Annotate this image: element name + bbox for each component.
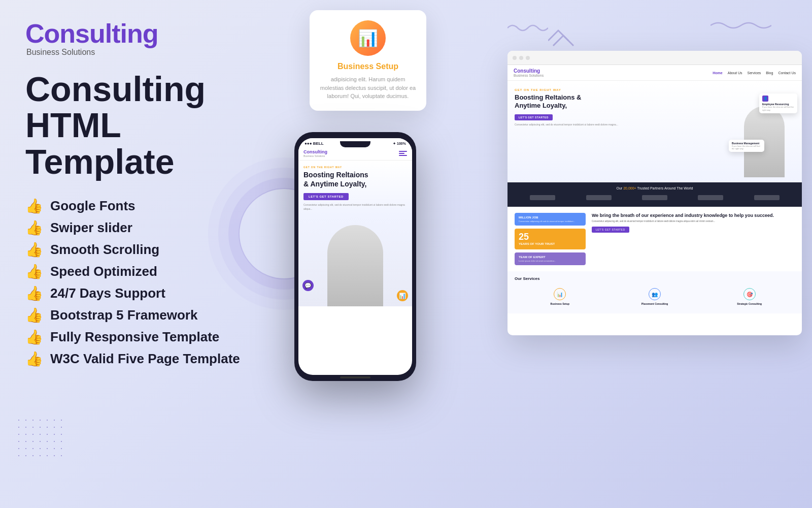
phone-person-area: 💬 📊 <box>298 215 412 306</box>
service-label-2: Placement Consulting <box>613 302 697 305</box>
stat-card-team: TEAM OF EXPERT Lorem ipsum dolor sit ame… <box>515 252 586 265</box>
feature-label: Smooth Scrolling <box>50 242 159 258</box>
phone-home-bar <box>340 376 370 378</box>
phone-logo-sub: Business Solutions <box>303 154 327 157</box>
partner-logo-5 <box>754 195 780 200</box>
site-logo-sub: Business Solutions <box>514 74 544 77</box>
service-label-3: Strategic Consulting <box>707 302 792 305</box>
browser-dot-1 <box>513 56 517 60</box>
feature-label: Bootstrap 5 Framework <box>50 307 197 323</box>
stat-desc-jobs: Consectetur adipiscing elit sed do eiusm… <box>519 220 582 223</box>
site-logo: ConsultingBusiness Solutions <box>514 68 544 77</box>
feature-label: Google Fonts <box>50 198 136 214</box>
phone-hero-tag: GET ON THE RIGHT WAY <box>303 166 407 169</box>
feature-item: 👍24/7 Days Support <box>25 285 264 302</box>
stat-number: 25 <box>519 232 582 242</box>
phone-chat-icon: 💬 <box>302 280 314 291</box>
nav-link-about: About Us <box>728 71 742 75</box>
thumb-icon: 👍 <box>25 351 43 367</box>
brand-logo: Consulting <box>25 20 264 47</box>
hero-cta: LET'S GET STARTED <box>515 114 553 120</box>
service-card-3: 🎯 Strategic Consulting <box>704 285 795 308</box>
nav-link-home: Home <box>713 71 722 75</box>
feature-label: Fully Responsive Template <box>50 329 219 345</box>
brand-tagline: Business Solutions <box>26 48 264 57</box>
thumb-icon: 👍 <box>25 219 43 236</box>
site-services: Our Services 📊 Business Setup 👥 Placemen… <box>507 271 802 313</box>
services-title: Our Services <box>515 276 795 281</box>
service-card-2: 👥 Placement Consulting <box>610 285 700 308</box>
stat-title-team: TEAM OF EXPERT <box>519 256 582 259</box>
business-card-title: Business Setup <box>320 62 416 71</box>
hamburger-menu[interactable] <box>399 151 407 156</box>
stats-cards: MILLION JOB Consectetur adipiscing elit … <box>515 213 586 265</box>
partner-logos <box>515 193 795 203</box>
service-icon-1: 📊 <box>554 288 566 300</box>
website-content: ConsultingBusiness Solutions Home About … <box>507 65 802 335</box>
partner-logo-1 <box>530 195 555 200</box>
thumb-icon: 👍 <box>25 241 43 258</box>
hero-title: Boosting Reltaions &Anytime Loyalty, <box>515 93 727 109</box>
partner-logo-3 <box>642 195 667 200</box>
feature-label: W3C Valid Five Page Template <box>50 351 240 367</box>
hero-desc: Consectetur adipiscing elit, sed do eius… <box>515 123 727 127</box>
status-left: ●●● BELL <box>304 141 324 146</box>
site-nav: ConsultingBusiness Solutions Home About … <box>507 65 802 81</box>
thumb-icon: 👍 <box>25 263 43 280</box>
hero-tag: GET ON THE RIGHT WAY <box>515 88 727 91</box>
partner-logo-4 <box>698 195 723 200</box>
status-right: ✦ 100% <box>393 142 406 146</box>
bizm-card-desc: If you have the idea we will find the ri… <box>732 145 761 150</box>
thumb-icon: 👍 <box>25 329 43 345</box>
hero-image: 👤 Employee Resourcing If you have the id… <box>734 88 795 177</box>
thumb-icon: 👍 <box>25 307 43 324</box>
thumb-icon: 👍 <box>25 198 43 214</box>
phone-nav: Consulting Business Solutions <box>298 147 412 161</box>
service-cards: 📊 Business Setup 👥 Placement Consulting … <box>515 285 795 308</box>
site-stats: MILLION JOB Consectetur adipiscing elit … <box>507 207 802 271</box>
feature-label: Swiper slider <box>50 220 132 236</box>
phone-hero-title: Boosting Reltaions& Anytime Loyalty, <box>303 171 407 188</box>
feature-item: 👍Fully Responsive Template <box>25 329 264 345</box>
feature-item: 👍Bootstrap 5 Framework <box>25 307 264 324</box>
phone-logo: Consulting <box>303 149 327 154</box>
main-headline: Consulting HTML Template <box>25 71 264 180</box>
left-panel: Consulting Business Solutions Consulting… <box>0 0 284 508</box>
feature-label: Speed Optimized <box>50 264 157 279</box>
employee-card-desc: If you have the idea we will find the ri… <box>762 106 794 111</box>
right-panel: 📊 Business Setup adipisicing elit. Harum… <box>269 0 812 508</box>
browser-bar <box>507 51 802 65</box>
stat-desc-team: Lorem ipsum dolor sit amet consectetur..… <box>519 260 582 262</box>
hero-text: GET ON THE RIGHT WAY Boosting Reltaions … <box>515 88 727 177</box>
phone-notch <box>340 141 370 147</box>
hamburger-line-3 <box>399 155 407 156</box>
feature-item: 👍Speed Optimized <box>25 263 264 280</box>
hamburger-line-1 <box>399 151 407 152</box>
stat-card-jobs: MILLION JOB Consectetur adipiscing elit … <box>515 213 586 226</box>
phone-screen: ●●● BELL 4:21 PM ✦ 100% Consulting Busin… <box>298 138 412 375</box>
stat-card-trust: 25 YEARS OF YOUR TRUST <box>515 229 586 249</box>
phone-mockup: ●●● BELL 4:21 PM ✦ 100% Consulting Busin… <box>294 132 416 381</box>
phone-hero-cta[interactable]: LET'S GET STARTED <box>303 193 349 200</box>
partner-logo-2 <box>586 195 612 200</box>
site-hero: GET ON THE RIGHT WAY Boosting Reltaions … <box>507 81 802 182</box>
site-nav-links: Home About Us Services Blog Contact Us <box>713 71 796 75</box>
service-icon-3: 🎯 <box>743 288 756 300</box>
phone-bar-icon: 📊 <box>397 290 408 301</box>
browser-dot-3 <box>526 56 530 60</box>
hamburger-line-2 <box>399 153 404 154</box>
phone-logo-area: Consulting Business Solutions <box>303 149 327 157</box>
site-logo-text: ConsultingBusiness Solutions <box>514 68 544 77</box>
feature-item: 👍Google Fonts <box>25 198 264 214</box>
bizm-card-small: Business Management If you have the idea… <box>729 140 764 152</box>
stats-cta: LET'S GET STARTED <box>592 227 629 233</box>
service-icon-2: 👥 <box>649 288 661 300</box>
business-card-desc: adipisicing elit. Harum quidem molestias… <box>320 75 416 101</box>
feature-item: 👍Smooth Scrolling <box>25 241 264 258</box>
employee-card-small: 👤 Employee Resourcing If you have the id… <box>759 93 797 113</box>
stat-title-trust: YEARS OF YOUR TRUST <box>519 242 582 245</box>
feature-item: 👍W3C Valid Five Page Template <box>25 351 264 367</box>
service-card-1: 📊 Business Setup <box>515 285 605 308</box>
partners-count: 20,000+ <box>623 186 636 190</box>
browser-dot-2 <box>519 56 523 60</box>
